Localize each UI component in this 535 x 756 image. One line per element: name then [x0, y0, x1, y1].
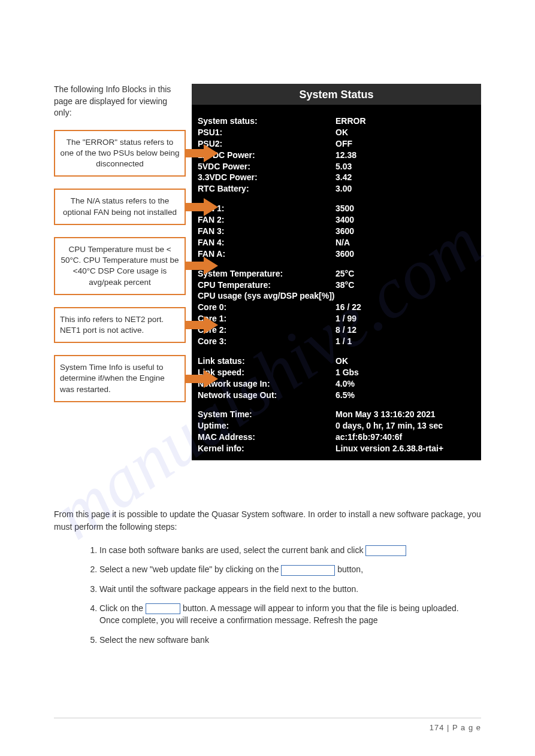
step-5: Select the new software bank	[99, 634, 481, 646]
status-row: FAN 4:N/A	[198, 237, 475, 248]
status-row: 12VDC Power:12.38	[198, 150, 475, 161]
svg-marker-1	[185, 198, 218, 216]
status-label: FAN 2:	[198, 214, 335, 226]
top-row: The following Info Blocks in this page a…	[54, 84, 481, 460]
svg-marker-3	[185, 316, 218, 334]
blank-button[interactable]	[365, 545, 406, 556]
status-value: OK	[335, 356, 475, 367]
status-label: Network usage In:	[198, 378, 335, 390]
status-row: Kernel info:Linux version 2.6.38.8-rtai+	[198, 443, 475, 454]
status-label: Core 2:	[198, 324, 335, 336]
status-row: 5VDC Power:5.03	[198, 161, 475, 172]
status-row: Link speed:1 Gbs	[198, 367, 475, 378]
callout-text: The "ERROR" status refers to one of the …	[61, 138, 180, 168]
status-value: Mon May 3 13:16:20 2021	[335, 409, 475, 420]
status-value: 1 / 1	[335, 336, 475, 347]
callout-text: This info refers to NET2 port. NET1 port…	[60, 315, 164, 335]
status-row: Core 2:8 / 12	[198, 324, 475, 336]
panel-title: System Status	[192, 84, 481, 105]
callout-text: System Time Info is useful to determine …	[60, 363, 165, 393]
callout-net2: This info refers to NET2 port. NET1 port…	[54, 307, 186, 343]
status-label: Core 0:	[198, 302, 335, 313]
status-value: OFF	[335, 138, 475, 150]
status-label: FAN 1:	[198, 203, 335, 214]
status-value: 4.0%	[335, 378, 475, 390]
status-label: FAN 4:	[198, 237, 335, 248]
bottom-intro: From this page it is possible to update …	[54, 508, 481, 533]
status-label: CPU Temperature:	[198, 280, 335, 291]
callout-system-time: System Time Info is useful to determine …	[54, 355, 186, 402]
status-label: Core 1:	[198, 313, 335, 324]
status-value: Linux version 2.6.38.8-rtai+	[335, 443, 475, 454]
arrow-right-icon	[185, 316, 218, 334]
block-cpu: System Temperature:25°CCPU Temperature:3…	[198, 268, 475, 347]
block-sysinfo: System Time:Mon May 3 13:16:20 2021Uptim…	[198, 409, 475, 454]
status-value: 6.5%	[335, 390, 475, 401]
status-row: PSU1:OK	[198, 127, 475, 138]
status-label: Network usage Out:	[198, 390, 335, 401]
status-value: 3400	[335, 214, 475, 226]
status-row: 3.3VDC Power:3.42	[198, 172, 475, 183]
status-row: Network usage Out:6.5%	[198, 390, 475, 401]
status-row: MAC Address:ac:1f:6b:97:40:6f	[198, 432, 475, 443]
status-value: 12.38	[335, 150, 475, 161]
callout-text: CPU Temperature must be < 50°C. CPU Temp…	[61, 245, 179, 287]
status-label: Kernel info:	[198, 443, 335, 454]
status-value: 1 Gbs	[335, 367, 475, 378]
callout-cpu-temp: CPU Temperature must be < 50°C. CPU Temp…	[54, 237, 186, 295]
status-row: Uptime:0 days, 0 hr, 17 min, 13 sec	[198, 420, 475, 432]
blank-button[interactable]	[281, 565, 335, 576]
callout-error-status: The "ERROR" status refers to one of the …	[54, 130, 186, 177]
status-row: Core 0:16 / 22	[198, 302, 475, 313]
arrow-right-icon	[185, 198, 218, 216]
status-row: FAN 3:3600	[198, 226, 475, 237]
status-label: Core 3:	[198, 336, 335, 347]
step-4: Click on the button. A message will appe…	[99, 602, 481, 627]
svg-marker-4	[185, 370, 218, 388]
status-value: 8 / 12	[335, 324, 475, 336]
status-row: System Temperature:25°C	[198, 268, 475, 280]
status-label: System Time:	[198, 409, 335, 420]
status-value: 16 / 22	[335, 302, 475, 313]
cpu-usage-heading: CPU usage (sys avg/DSP peak[%])	[198, 290, 335, 302]
arrow-right-icon	[185, 144, 218, 162]
status-label: PSU2:	[198, 138, 335, 150]
blank-button[interactable]	[146, 603, 180, 614]
status-value: N/A	[335, 237, 475, 248]
status-row: Network usage In:4.0%	[198, 378, 475, 390]
status-row: FAN 2:3400	[198, 214, 475, 226]
arrow-right-icon	[185, 370, 218, 388]
status-label: 12VDC Power:	[198, 150, 335, 161]
block-network: Link status:OKLink speed:1 GbsNetwork us…	[198, 356, 475, 401]
callout-text: The N/A status refers to the optional FA…	[63, 196, 177, 216]
step-1: In case both software banks are used, se…	[99, 544, 481, 556]
steps-list: In case both software banks are used, se…	[87, 544, 481, 646]
status-row: Core 3:1 / 1	[198, 336, 475, 347]
page-footer: 174 | P a g e	[54, 718, 481, 732]
system-status-panel: System Status System status:ERRORPSU1:OK…	[192, 84, 481, 460]
status-label: System status:	[198, 116, 335, 127]
status-label: Link speed:	[198, 367, 335, 378]
status-label: FAN A:	[198, 248, 335, 260]
status-row: Link status:OK	[198, 356, 475, 367]
status-row: FAN A:3600	[198, 248, 475, 260]
status-value: 3600	[335, 248, 475, 260]
step-text: Click on the	[99, 603, 146, 613]
status-label: FAN 3:	[198, 226, 335, 237]
step-3: Wait until the software package appears …	[99, 583, 481, 595]
callout-na-fan: The N/A status refers to the optional FA…	[54, 189, 186, 224]
status-value: 5.03	[335, 161, 475, 172]
step-text: button,	[335, 564, 363, 574]
panel-body: System status:ERRORPSU1:OKPSU2:OFF12VDC …	[192, 105, 481, 460]
status-value: 3.42	[335, 172, 475, 183]
bottom-section: From this page it is possible to update …	[54, 508, 481, 646]
status-row: CPU Temperature:38°C	[198, 280, 475, 291]
status-value: ERROR	[335, 116, 475, 127]
status-label: System Temperature:	[198, 268, 335, 280]
status-label: 3.3VDC Power:	[198, 172, 335, 183]
status-value: 3.00	[335, 183, 475, 195]
block-fans: FAN 1:3500FAN 2:3400FAN 3:3600FAN 4:N/AF…	[198, 203, 475, 259]
status-row: System status:ERROR	[198, 116, 475, 127]
step-2: Select a new "web update file" by clicki…	[99, 563, 481, 575]
step-text: In case both software banks are used, se…	[99, 545, 365, 555]
